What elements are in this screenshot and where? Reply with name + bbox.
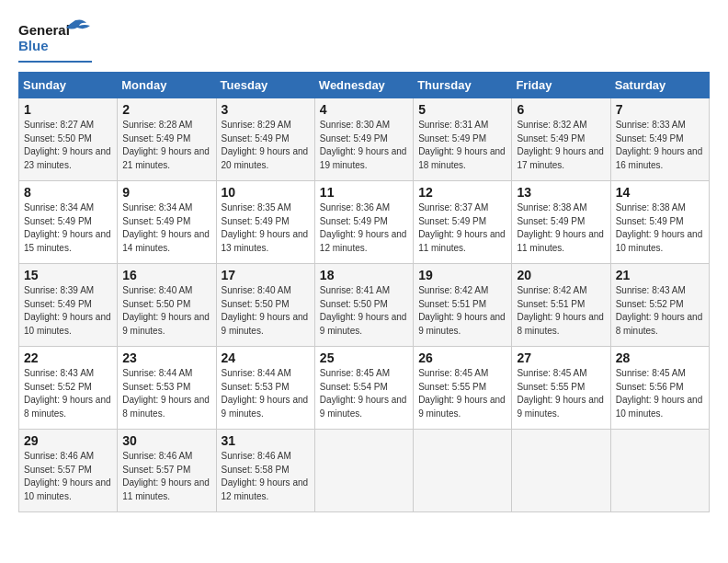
calendar-cell: 2Sunrise: 8:28 AMSunset: 5:49 PMDaylight… <box>118 98 216 181</box>
calendar-cell: 18Sunrise: 8:41 AMSunset: 5:50 PMDayligh… <box>314 264 413 347</box>
day-info: Sunrise: 8:39 AMSunset: 5:49 PMDaylight:… <box>24 284 112 338</box>
calendar-cell: 12Sunrise: 8:37 AMSunset: 5:49 PMDayligh… <box>414 181 512 264</box>
day-number: 9 <box>122 185 210 200</box>
calendar-row: 1Sunrise: 8:27 AMSunset: 5:50 PMDaylight… <box>19 98 710 181</box>
day-info: Sunrise: 8:45 AMSunset: 5:55 PMDaylight:… <box>517 367 605 420</box>
day-info: Sunrise: 8:45 AMSunset: 5:55 PMDaylight:… <box>418 367 506 420</box>
header-sunday: Sunday <box>19 73 118 98</box>
calendar-cell: 29Sunrise: 8:46 AMSunset: 5:57 PMDayligh… <box>19 430 118 512</box>
svg-text:General: General <box>18 22 70 38</box>
calendar-cell: 31Sunrise: 8:46 AMSunset: 5:58 PMDayligh… <box>216 430 314 512</box>
calendar-cell: 24Sunrise: 8:44 AMSunset: 5:53 PMDayligh… <box>216 347 314 430</box>
day-info: Sunrise: 8:36 AMSunset: 5:49 PMDaylight:… <box>320 201 408 255</box>
day-number: 15 <box>24 268 112 282</box>
day-info: Sunrise: 8:42 AMSunset: 5:51 PMDaylight:… <box>517 284 605 338</box>
day-number: 26 <box>418 350 506 365</box>
day-info: Sunrise: 8:43 AMSunset: 5:52 PMDaylight:… <box>24 367 112 420</box>
day-info: Sunrise: 8:31 AMSunset: 5:49 PMDaylight:… <box>418 119 506 172</box>
day-number: 4 <box>320 102 408 117</box>
day-info: Sunrise: 8:45 AMSunset: 5:56 PMDaylight:… <box>616 367 704 420</box>
day-info: Sunrise: 8:32 AMSunset: 5:49 PMDaylight:… <box>517 119 605 172</box>
day-number: 6 <box>517 102 605 117</box>
calendar-cell: 3Sunrise: 8:29 AMSunset: 5:49 PMDaylight… <box>216 98 314 181</box>
calendar-cell: 4Sunrise: 8:30 AMSunset: 5:49 PMDaylight… <box>314 98 413 181</box>
day-number: 13 <box>517 185 605 200</box>
header-wednesday: Wednesday <box>314 73 413 98</box>
day-number: 11 <box>320 185 408 200</box>
day-number: 18 <box>320 268 408 282</box>
calendar-cell: 17Sunrise: 8:40 AMSunset: 5:50 PMDayligh… <box>216 264 314 347</box>
page-header: General Blue <box>18 18 710 63</box>
svg-text:Blue: Blue <box>18 38 49 53</box>
calendar-row: 8Sunrise: 8:34 AMSunset: 5:49 PMDaylight… <box>19 181 710 264</box>
day-number: 14 <box>616 185 704 200</box>
calendar-cell: 13Sunrise: 8:38 AMSunset: 5:49 PMDayligh… <box>512 181 610 264</box>
calendar-cell: 28Sunrise: 8:45 AMSunset: 5:56 PMDayligh… <box>610 347 709 430</box>
calendar-cell: 21Sunrise: 8:43 AMSunset: 5:52 PMDayligh… <box>610 264 709 347</box>
day-number: 10 <box>222 185 310 200</box>
day-info: Sunrise: 8:29 AMSunset: 5:49 PMDaylight:… <box>222 119 310 172</box>
day-number: 29 <box>24 433 112 448</box>
day-info: Sunrise: 8:41 AMSunset: 5:50 PMDaylight:… <box>320 284 408 338</box>
day-number: 12 <box>418 185 506 200</box>
calendar-cell: 19Sunrise: 8:42 AMSunset: 5:51 PMDayligh… <box>414 264 512 347</box>
logo: General Blue <box>18 18 92 63</box>
day-number: 19 <box>418 268 506 282</box>
day-number: 7 <box>616 102 704 117</box>
calendar-cell: 5Sunrise: 8:31 AMSunset: 5:49 PMDaylight… <box>414 98 512 181</box>
day-info: Sunrise: 8:27 AMSunset: 5:50 PMDaylight:… <box>24 119 112 172</box>
calendar-cell: 6Sunrise: 8:32 AMSunset: 5:49 PMDaylight… <box>512 98 610 181</box>
day-number: 27 <box>517 350 605 365</box>
day-info: Sunrise: 8:30 AMSunset: 5:49 PMDaylight:… <box>320 119 408 172</box>
day-info: Sunrise: 8:42 AMSunset: 5:51 PMDaylight:… <box>418 284 506 338</box>
calendar-cell: 8Sunrise: 8:34 AMSunset: 5:49 PMDaylight… <box>19 181 118 264</box>
day-number: 2 <box>122 102 210 117</box>
calendar-cell: 27Sunrise: 8:45 AMSunset: 5:55 PMDayligh… <box>512 347 610 430</box>
day-info: Sunrise: 8:46 AMSunset: 5:58 PMDaylight:… <box>222 450 310 503</box>
day-number: 24 <box>222 350 310 365</box>
day-number: 1 <box>24 102 112 117</box>
calendar-table: SundayMondayTuesdayWednesdayThursdayFrid… <box>18 72 710 512</box>
day-number: 16 <box>122 268 210 282</box>
day-info: Sunrise: 8:46 AMSunset: 5:57 PMDaylight:… <box>122 450 210 503</box>
calendar-cell: 9Sunrise: 8:34 AMSunset: 5:49 PMDaylight… <box>118 181 216 264</box>
day-info: Sunrise: 8:46 AMSunset: 5:57 PMDaylight:… <box>24 450 112 503</box>
calendar-cell <box>414 430 512 512</box>
day-info: Sunrise: 8:44 AMSunset: 5:53 PMDaylight:… <box>222 367 310 420</box>
calendar-cell: 30Sunrise: 8:46 AMSunset: 5:57 PMDayligh… <box>118 430 216 512</box>
day-number: 17 <box>222 268 310 282</box>
calendar-header-row: SundayMondayTuesdayWednesdayThursdayFrid… <box>19 73 710 98</box>
day-info: Sunrise: 8:45 AMSunset: 5:54 PMDaylight:… <box>320 367 408 420</box>
day-info: Sunrise: 8:40 AMSunset: 5:50 PMDaylight:… <box>122 284 210 338</box>
calendar-cell: 25Sunrise: 8:45 AMSunset: 5:54 PMDayligh… <box>314 347 413 430</box>
calendar-cell: 26Sunrise: 8:45 AMSunset: 5:55 PMDayligh… <box>414 347 512 430</box>
calendar-cell: 22Sunrise: 8:43 AMSunset: 5:52 PMDayligh… <box>19 347 118 430</box>
calendar-cell <box>610 430 709 512</box>
calendar-cell: 7Sunrise: 8:33 AMSunset: 5:49 PMDaylight… <box>610 98 709 181</box>
day-number: 30 <box>122 433 210 448</box>
day-number: 23 <box>122 350 210 365</box>
calendar-cell <box>512 430 610 512</box>
day-info: Sunrise: 8:37 AMSunset: 5:49 PMDaylight:… <box>418 201 506 255</box>
calendar-cell: 11Sunrise: 8:36 AMSunset: 5:49 PMDayligh… <box>314 181 413 264</box>
day-number: 28 <box>616 350 704 365</box>
day-info: Sunrise: 8:38 AMSunset: 5:49 PMDaylight:… <box>517 201 605 255</box>
calendar-cell: 16Sunrise: 8:40 AMSunset: 5:50 PMDayligh… <box>118 264 216 347</box>
day-number: 8 <box>24 185 112 200</box>
day-number: 31 <box>222 433 310 448</box>
header-friday: Friday <box>512 73 610 98</box>
calendar-row: 29Sunrise: 8:46 AMSunset: 5:57 PMDayligh… <box>19 430 710 512</box>
day-info: Sunrise: 8:28 AMSunset: 5:49 PMDaylight:… <box>122 119 210 172</box>
calendar-row: 15Sunrise: 8:39 AMSunset: 5:49 PMDayligh… <box>19 264 710 347</box>
day-number: 25 <box>320 350 408 365</box>
day-info: Sunrise: 8:35 AMSunset: 5:49 PMDaylight:… <box>222 201 310 255</box>
header-thursday: Thursday <box>414 73 512 98</box>
calendar-cell: 15Sunrise: 8:39 AMSunset: 5:49 PMDayligh… <box>19 264 118 347</box>
header-tuesday: Tuesday <box>216 73 314 98</box>
header-monday: Monday <box>118 73 216 98</box>
calendar-cell <box>314 430 413 512</box>
calendar-cell: 23Sunrise: 8:44 AMSunset: 5:53 PMDayligh… <box>118 347 216 430</box>
day-info: Sunrise: 8:43 AMSunset: 5:52 PMDaylight:… <box>616 284 704 338</box>
calendar-cell: 1Sunrise: 8:27 AMSunset: 5:50 PMDaylight… <box>19 98 118 181</box>
calendar-cell: 20Sunrise: 8:42 AMSunset: 5:51 PMDayligh… <box>512 264 610 347</box>
